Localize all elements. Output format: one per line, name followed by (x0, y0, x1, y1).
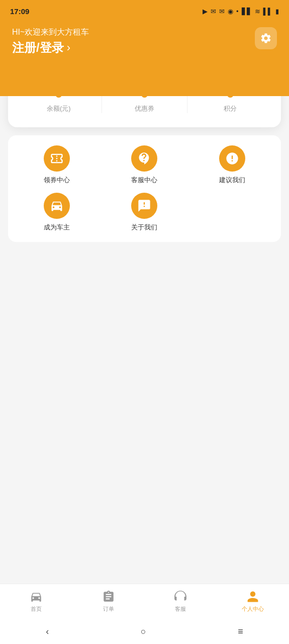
menu-grid-row2: 成为车主 关于我们 (13, 193, 276, 232)
settings-button[interactable] (255, 27, 277, 49)
customer-service-label: 客服中心 (131, 176, 157, 185)
system-nav: ‹ ○ ≡ (0, 619, 289, 644)
status-time: 17:09 (10, 7, 29, 16)
security-icon: ◉ (228, 8, 233, 15)
nav-profile[interactable]: 个人中心 (217, 590, 289, 613)
coupon-label: 优惠券 (135, 104, 154, 113)
nav-home[interactable]: 首页 (0, 590, 72, 613)
suggest-icon-bg (219, 145, 245, 172)
back-button[interactable]: ‹ (36, 622, 59, 641)
dot-icon: • (236, 8, 239, 15)
navigation-icon: ▶ (203, 8, 208, 15)
email-icon: ✉ (211, 8, 216, 15)
nav-orders[interactable]: 订单 (72, 590, 145, 613)
become-owner-item[interactable]: 成为车主 (13, 193, 101, 232)
status-bar: 17:09 ▶ ✉ ✉ ◉ • ▋▋ ≋ ▌▌ ▮ (0, 0, 289, 22)
become-owner-label: 成为车主 (44, 223, 70, 232)
profile-icon (246, 590, 259, 603)
balance-label: 余额(元) (47, 104, 71, 113)
nav-home-label: 首页 (31, 605, 42, 613)
register-arrow-icon: › (67, 41, 70, 54)
nav-profile-label: 个人中心 (242, 605, 264, 613)
status-icons: ▶ ✉ ✉ ◉ • ▋▋ ≋ ▌▌ ▮ (203, 8, 279, 15)
about-us-item[interactable]: 关于我们 (101, 193, 188, 232)
home-icon (30, 590, 43, 603)
customer-service-item[interactable]: 客服中心 (101, 145, 188, 185)
header: HI~欢迎来到大方租车 注册/登录 › (0, 22, 289, 96)
about-us-label: 关于我们 (131, 223, 157, 232)
nav-orders-label: 订单 (103, 605, 114, 613)
register-login-button[interactable]: 注册/登录 › (12, 40, 277, 56)
orders-icon (102, 590, 115, 603)
customer-service-icon (137, 151, 151, 166)
coupon-icon-bg (44, 145, 70, 172)
battery-icon: ▮ (275, 8, 279, 15)
home-button[interactable]: ○ (131, 622, 156, 641)
menu-grid-row1: 领券中心 客服中心 建议我们 (13, 145, 276, 185)
coupon-center-item[interactable]: 领券中心 (13, 145, 101, 185)
network-icon: ▌▌ (263, 8, 272, 15)
suggest-us-item[interactable]: 建议我们 (188, 145, 276, 185)
nav-customer-label: 客服 (175, 605, 186, 613)
gear-icon (260, 32, 272, 44)
greeting-text: HI~欢迎来到大方租车 (12, 27, 277, 38)
coupon-icon (50, 151, 64, 166)
menu-section: 领券中心 客服中心 建议我们 (8, 135, 281, 242)
menu-button[interactable]: ≡ (228, 622, 253, 641)
signal-icon: ▋▋ (242, 8, 252, 15)
wifi-icon: ≋ (255, 8, 260, 15)
coupon-center-label: 领券中心 (44, 176, 70, 185)
become-owner-icon-bg (44, 193, 70, 219)
headset-icon (174, 590, 187, 603)
about-us-icon (137, 199, 151, 213)
become-owner-icon (50, 199, 64, 213)
message-icon: ✉ (219, 8, 225, 15)
about-us-icon-bg (131, 193, 157, 219)
suggest-us-label: 建议我们 (219, 176, 245, 185)
bottom-nav: 首页 订单 客服 个人中心 (0, 584, 289, 619)
customer-service-icon-bg (131, 145, 157, 172)
suggest-icon (225, 151, 239, 166)
points-label: 积分 (224, 104, 237, 113)
nav-customer[interactable]: 客服 (145, 590, 217, 613)
